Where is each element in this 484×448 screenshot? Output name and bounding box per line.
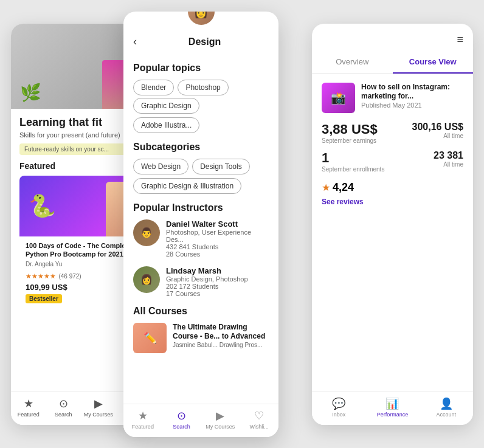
nav-account[interactable]: 👤 Account [420,397,473,418]
alltime-enrollments-label: All time [395,161,464,168]
nav-search[interactable]: ⊙ Search [46,397,81,418]
instructor-lindsay-specialty: Graphic Design, Photoshop [166,275,248,283]
search-label: Search [55,412,72,418]
screen-mid: 👩 ‹ Design Popular topics Blender Photos… [123,12,278,437]
preview-info: How to sell on Instagram: marketing for.… [361,83,463,109]
topic-adobe[interactable]: Adobe Illustra... [133,117,199,133]
subcategory-graphic-illustration[interactable]: Graphic Design & Illustration [133,178,241,194]
alltime-enrollments-value: 23 381 [395,150,464,161]
page-title: Design [140,36,269,47]
portrait-area: 👩 [123,12,278,30]
inbox-icon: 💬 [332,397,345,410]
rating-stars: ★★★★★ [26,272,56,280]
all-courses-title: All Courses [133,306,269,317]
subcategory-web-design[interactable]: Web Design [133,159,188,174]
nav-mid-wishlist[interactable]: ♡ Wishli... [240,409,278,430]
course-info-drawing: The Ultimate Drawing Course - Be... to A… [173,323,269,353]
metric-sept-enrollments: 1 September enrollments [322,150,390,173]
subcategories-title: Subcategories [133,142,269,153]
bestseller-badge: Bestseller [26,294,62,303]
course-drawing-author: Jasmine Babul... Drawling Pros... [173,342,269,348]
nav-inbox[interactable]: 💬 Inbox [312,397,365,418]
right-content: 📸 How to sell on Instagram: marketing fo… [312,74,473,215]
subcategory-design-tools[interactable]: Design Tools [192,159,249,174]
subcategories-row-1: Web Design Design Tools [133,159,269,174]
search-nav-label: Search [173,424,190,430]
performance-label: Performance [377,412,409,418]
screen-right: ≡ Overview Course View 📸 How to sell on … [312,24,473,425]
course-preview: 📸 How to sell on Instagram: marketing fo… [322,83,463,113]
published-date: Published May 2021 [361,102,463,109]
topic-blender[interactable]: Blender [133,80,174,95]
instructor-portrait: 👩 [186,12,216,27]
preview-thumbnail: 📸 [322,83,355,113]
filter-icon[interactable]: ≡ [457,33,463,46]
nav-performance[interactable]: 📊 Performance [365,397,419,418]
my-courses-label: My Courses [84,412,113,418]
my-courses-icon: ▶ [94,397,103,410]
rating-number: 4,24 [333,181,354,194]
bottom-nav-mid: ★ Featured ⊙ Search ▶ My Courses ♡ Wishl… [123,404,278,437]
account-icon: 👤 [440,397,453,410]
wishlist-nav-label: Wishli... [249,424,269,430]
instructor-lindsay-courses: 17 Courses [166,290,248,297]
inbox-label: Inbox [332,412,345,418]
popular-instructors-title: Popular Instructors [133,202,269,213]
python-logo: 🐍 [29,193,56,219]
plant-decoration: 🌿 [20,83,41,103]
search-nav-icon: ⊙ [177,409,186,422]
popular-topics-title: Popular topics [133,63,269,74]
subcategories-row-2: Graphic Design & Illustration [133,178,269,194]
metric-alltime-enrollments: 23 381 All time [395,150,464,173]
bottom-nav-right: 💬 Inbox 📊 Performance 👤 Account [312,391,473,425]
account-label: Account [437,412,457,418]
nav-mid-search[interactable]: ⊙ Search [162,409,201,430]
see-reviews-link[interactable]: See reviews [322,198,463,206]
sept-earnings-value: 3,88 US$ [322,122,390,137]
instructor-daniel-courses: 28 Courses [166,250,269,258]
instructor-lindsay[interactable]: 👩 Lindsay Marsh Graphic Design, Photosho… [133,266,269,297]
featured-label: Featured [18,412,40,418]
course-author: Dr. Angela Yu [26,261,136,267]
nav-featured[interactable]: ★ Featured [11,397,46,418]
all-course-item-1[interactable]: ✏️ The Ultimate Drawing Course - Be... t… [133,323,269,353]
course-thumb-drawing-inner: ✏️ [133,323,167,353]
rating-row: ★ 4,24 [322,181,463,194]
top-bar: ‹ Design [123,30,278,54]
topic-photoshop[interactable]: Photoshop [178,80,228,95]
instructor-lindsay-info: Lindsay Marsh Graphic Design, Photoshop … [166,266,248,297]
metric-alltime-earnings: 300,16 US$ All time [395,122,464,144]
featured-icon: ★ [24,397,33,410]
rating-count: (46 972) [58,273,81,280]
metric-sept-earnings: 3,88 US$ September earnings [322,122,390,144]
course-thumb-drawing: ✏️ [133,323,167,353]
nav-mid-featured[interactable]: ★ Featured [123,409,162,430]
sept-earnings-label: September earnings [322,137,390,144]
course-price: 109,99 US$ [26,283,136,292]
instructor-daniel-name: Daniel Walter Scott [166,219,269,229]
my-courses-nav-icon: ▶ [216,409,224,422]
wishlist-nav-icon: ♡ [254,409,264,422]
alltime-earnings-value: 300,16 US$ [395,122,464,133]
avatar-daniel: 👨 [133,219,160,246]
metrics-grid: 3,88 US$ September earnings 300,16 US$ A… [322,122,463,173]
search-icon: ⊙ [59,397,68,410]
instructor-lindsay-name: Lindsay Marsh [166,266,248,275]
tab-overview[interactable]: Overview [312,51,393,74]
featured-nav-label: Featured [132,424,154,430]
instructor-daniel[interactable]: 👨 Daniel Walter Scott Photoshop, User Ex… [133,219,269,258]
tab-course-view[interactable]: Course View [393,51,474,74]
instructor-daniel-specialty: Photoshop, User Experience Des... [166,229,269,243]
back-button[interactable]: ‹ [133,35,137,48]
preview-title: How to sell on Instagram: marketing for.… [361,83,463,102]
nav-mid-my-courses[interactable]: ▶ My Courses [201,409,240,430]
topics-row-1: Blender Photoshop [133,80,269,95]
nav-my-courses[interactable]: ▶ My Courses [81,397,116,418]
instructor-daniel-info: Daniel Walter Scott Photoshop, User Expe… [166,219,269,258]
top-bar-right: ≡ [312,24,473,46]
course-drawing-title: The Ultimate Drawing Course - Be... to A… [173,323,269,342]
avatar-lindsay: 👩 [133,266,160,293]
star-icon: ★ [322,182,330,193]
topic-graphic-design[interactable]: Graphic Design [133,98,199,114]
alltime-earnings-label: All time [395,133,464,139]
